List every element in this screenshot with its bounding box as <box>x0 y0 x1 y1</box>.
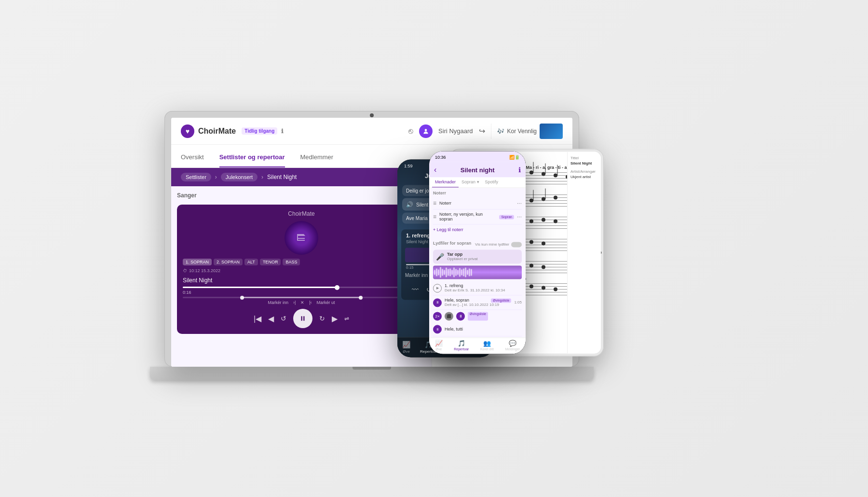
pr-nav-meldinger[interactable]: 💬 Meldinger <box>505 340 520 351</box>
pr-bottom-nav: 📈 Øve 🎵 Repertoar 👥 Koret ditt 💬 Melding… <box>429 337 526 354</box>
tittel-label: Tittel <box>570 156 598 160</box>
play-pause-button[interactable] <box>293 309 312 328</box>
pr-ove-label: Øve <box>435 347 442 351</box>
pr-audio-title: Lydfiler for sopran <box>433 241 471 246</box>
pr-meldinger-icon: 💬 <box>509 340 516 347</box>
svg-point-83 <box>542 242 545 246</box>
breadcrumb-settlister[interactable]: Settlister <box>181 173 211 181</box>
more-note-2[interactable]: ··· <box>517 213 522 220</box>
left-panel: Sanger ChoirMate ✕ 1. SOPRAN 2. SOPRAN <box>171 186 432 367</box>
phone-right-screen: 10:36 📶🔋 ‹ Silent night ℹ Merknader Sopr… <box>429 151 526 354</box>
prev-button[interactable]: ◀ <box>268 314 274 323</box>
header-right: ⎋ Siri Nygaard ↪ 🎶 Kor Vennlig <box>408 124 563 139</box>
laptop-base <box>150 367 594 380</box>
breadcrumb-julekonsert[interactable]: Julekonsert <box>221 173 258 181</box>
player-controls: |◀ ◀ ↺ ↻ ▶ ⇌ <box>183 309 420 328</box>
time-row: 0:16 -0:05 <box>183 290 420 295</box>
forward-button[interactable]: ↻ <box>319 315 325 322</box>
mini-wave-icon: 〰 <box>412 286 419 293</box>
skip-start-button[interactable]: |◀ <box>254 314 261 323</box>
tab-settlister[interactable]: Settlister og repertoar <box>219 153 285 167</box>
svg-point-82 <box>529 240 533 244</box>
ove-label: Øve <box>403 349 410 354</box>
tab-members[interactable]: Medlemmer <box>300 153 334 167</box>
tablet-metadata: Tittel Silent Night Artist/Arrangør Ukje… <box>567 152 601 354</box>
voice-tag-s1[interactable]: 1. SOPRAN <box>183 259 212 265</box>
svg-point-21 <box>529 171 533 175</box>
ove-icon: 📈 <box>402 341 410 348</box>
voice-tag-tenor[interactable]: TENOR <box>260 259 281 265</box>
early-access-badge: Tidlig tilgang <box>242 127 277 135</box>
info-icon[interactable]: ℹ <box>281 128 284 135</box>
nav-ove[interactable]: 📈 Øve <box>402 341 410 354</box>
waveform-bars <box>433 265 522 279</box>
info-button[interactable]: ℹ <box>518 166 521 174</box>
pr-tab-sopran[interactable]: Sopran ▾ <box>459 177 482 187</box>
pr-repertoar-label: Repertoar <box>454 347 469 351</box>
breadcrumb-sep-1: › <box>215 174 217 180</box>
pr-play-2[interactable]: ⏸ <box>433 298 442 307</box>
count-2x: 2× <box>433 312 442 320</box>
loop-thumb-right[interactable] <box>359 296 363 300</box>
panel-title: Sanger <box>177 192 426 199</box>
svg-point-23 <box>554 174 557 178</box>
choir-section: 🎶 Kor Vennlig <box>491 124 563 139</box>
mark-clear[interactable]: ✕ <box>300 300 304 305</box>
external-link-icon[interactable]: ⎋ <box>408 127 413 136</box>
app-name: ChoirMate <box>198 127 236 136</box>
mic-sub: Opptaket er privat <box>447 257 519 261</box>
rewind-button[interactable]: ↺ <box>281 315 286 322</box>
pr-notes-title: Noterr <box>433 191 522 195</box>
pause-btn-sm[interactable]: ⏸ <box>456 312 465 320</box>
add-notes-btn[interactable]: + Legg til noterr <box>433 224 522 235</box>
toggle-switch[interactable] <box>511 242 522 247</box>
timestamp-row: ⏱ 10:12 15.3.2022 <box>183 268 420 273</box>
next-button[interactable]: ▶ <box>332 314 338 323</box>
svg-point-64 <box>529 220 533 223</box>
choir-name: Kor Vennlig <box>507 128 537 135</box>
pr-nav-repertoar[interactable]: 🎵 Repertoar <box>454 340 469 351</box>
pr-audio-section: Lydfiler for sopran Vis kun mine lydfile… <box>429 238 526 342</box>
svg-point-117 <box>554 288 557 291</box>
pr-time: 10:36 <box>435 155 446 160</box>
pr-tab-merknader[interactable]: Merknader <box>432 177 459 187</box>
repeat-button[interactable]: ⇌ <box>344 315 349 322</box>
svg-point-0 <box>425 129 427 131</box>
pr-nav-koret[interactable]: 👥 Koret ditt <box>480 340 494 351</box>
svg-point-116 <box>542 286 545 290</box>
svg-point-115 <box>529 285 533 289</box>
voice-tag-bass[interactable]: BASS <box>283 259 300 265</box>
pr-play-3[interactable]: ⏸ <box>433 325 442 333</box>
pr-ove-icon: 📈 <box>435 340 443 347</box>
tablet-artist: Ukjent artist <box>570 175 598 179</box>
count-indicators: 2× ⬛ ⏸ Øvingsliste <box>433 310 522 322</box>
mark-row: Markér inn ›| ✕ |‹ Markér ut <box>183 300 420 305</box>
pr-audio-2: ⏸ Hele, sopran Øvingsliste Delt av [...]… <box>433 295 522 310</box>
pr-tab-spotify[interactable]: Spotify <box>482 177 502 187</box>
svg-point-45 <box>542 197 545 201</box>
pr-notes-section: Noterr ≡ Noterr ··· ≡ Noterr, ny versjon… <box>429 188 526 238</box>
song-name: Silent Night <box>183 277 212 284</box>
svg-rect-3 <box>297 234 298 241</box>
voice-tag-alt[interactable]: ALT <box>244 259 258 265</box>
more-note-1[interactable]: ··· <box>517 200 522 207</box>
tab-oversikt[interactable]: Oversikt <box>181 153 204 167</box>
user-name: Siri Nygaard <box>438 127 473 135</box>
voice-tag-s2[interactable]: 2. SOPRAN <box>214 259 243 265</box>
progress-track[interactable] <box>183 287 420 288</box>
pr-play-1[interactable]: ▶ <box>433 284 442 292</box>
mark-out-label: Markér ut <box>317 300 335 305</box>
pr-koret-label: Koret ditt <box>480 347 494 351</box>
pr-nav-tabs: Merknader Sopran ▾ Spotify <box>429 177 526 188</box>
svg-point-66 <box>554 220 557 223</box>
pr-nav-ove[interactable]: 📈 Øve <box>435 340 443 351</box>
loop-track[interactable] <box>183 297 420 298</box>
choir-icon: 🎶 <box>497 128 504 135</box>
user-avatar <box>419 124 433 138</box>
stop-btn[interactable]: ⬛ <box>445 312 453 320</box>
playlist-item-ave-name: Ave Maria <box>406 216 428 221</box>
logout-icon[interactable]: ↪ <box>479 126 485 136</box>
svg-rect-6 <box>301 316 302 320</box>
loop-thumb-left[interactable] <box>240 296 244 300</box>
pr-note-2-name: Noterr, ny versjon, kun sopran <box>439 212 496 221</box>
